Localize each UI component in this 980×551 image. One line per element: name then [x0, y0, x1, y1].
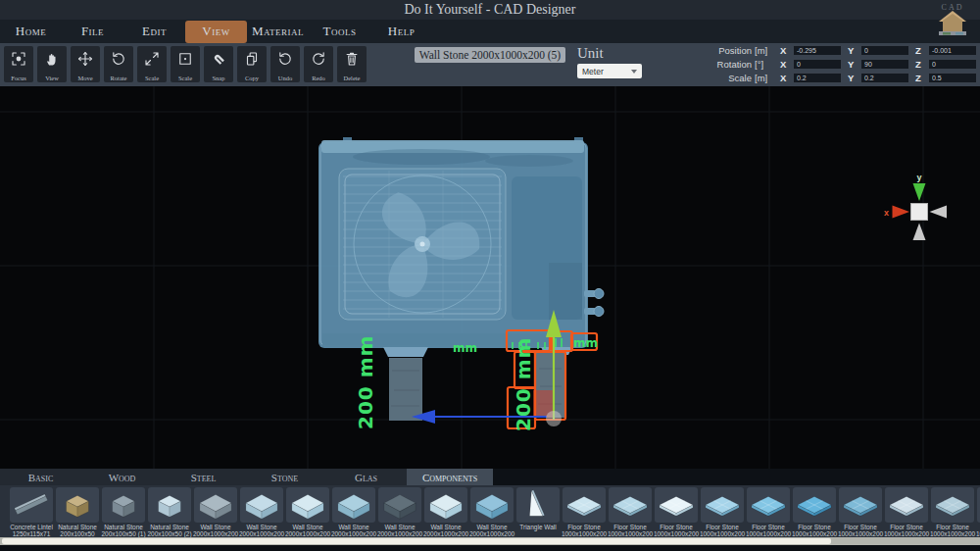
- position-z-input[interactable]: [928, 45, 977, 56]
- tab-wood[interactable]: Wood: [81, 469, 163, 485]
- palette-item-natural-stone[interactable]: Natural Stone200x100x50 (1): [101, 487, 146, 537]
- unit-select[interactable]: Meter: [577, 64, 642, 78]
- axis-gizmo[interactable]: y x: [884, 173, 947, 240]
- palette-item-wall-stone[interactable]: Wall Stone2000x1000x200: [469, 487, 514, 537]
- wall-stone-thumbnail: [378, 487, 421, 523]
- tab-glas[interactable]: Glas: [325, 469, 407, 485]
- menu-item-edit[interactable]: Edit: [123, 21, 185, 43]
- menu-item-help[interactable]: Help: [370, 21, 432, 43]
- palette-item-name: Floor Stone: [844, 524, 877, 530]
- natural-stone-thumbnail: [56, 487, 99, 523]
- concrete-lintel-thumbnail: [10, 487, 53, 523]
- scrollbar-thumb[interactable]: [2, 538, 831, 544]
- rotation-y-input[interactable]: [860, 59, 909, 70]
- menu-bar: HomeFileEditViewMaterialToolsHelp: [0, 20, 980, 43]
- pedestal-block[interactable]: [389, 358, 422, 421]
- tool-button-copy[interactable]: Copy: [237, 46, 267, 82]
- tool-button-snap[interactable]: Snap: [204, 46, 233, 82]
- tool-button-label: Focus: [11, 75, 26, 81]
- palette-item-natural-stone[interactable]: Natural Stone200x100x50: [55, 487, 100, 537]
- menu-item-home[interactable]: Home: [0, 21, 62, 43]
- unit-label: Unit: [577, 45, 642, 62]
- menu-item-view[interactable]: View: [185, 21, 247, 43]
- transform-panel: Position[m]XYZRotation[°]XYZScale[m]XYZ: [691, 44, 977, 83]
- rotation-z-input[interactable]: [928, 59, 977, 70]
- scale-x-input[interactable]: [793, 73, 842, 83]
- rotation-x-input[interactable]: [793, 59, 842, 70]
- ac-foot-left: [383, 347, 428, 357]
- copy-icon: [243, 49, 261, 69]
- palette-item-natural-stone[interactable]: Natural Stone200x100x50 (2): [147, 487, 192, 537]
- selected-stone-block[interactable]: [533, 353, 564, 418]
- palette-item-floor-stone[interactable]: Floor Stone1000x1000x200: [976, 487, 980, 537]
- bottom-filler: [0, 545, 980, 551]
- tool-button-rotate[interactable]: Rotate: [104, 46, 133, 82]
- position-y-input[interactable]: [860, 45, 909, 56]
- palette-item-floor-stone[interactable]: Floor Stone1000x1000x200: [654, 487, 699, 537]
- palette-scrollbar[interactable]: [0, 537, 980, 545]
- palette-item-dims: 1000x1000x200: [884, 530, 929, 537]
- tool-button-scale[interactable]: Scale: [171, 46, 200, 82]
- tool-button-label: Snap: [213, 75, 225, 81]
- palette-item-name: Floor Stone: [660, 524, 693, 530]
- redo-icon: [310, 49, 327, 69]
- tool-button-undo[interactable]: Undo: [270, 46, 300, 82]
- palette-item-wall-stone[interactable]: Wall Stone2000x1000x200: [331, 487, 376, 537]
- palette-item-dims: 200x100x50 (2): [147, 530, 191, 537]
- tool-button-move[interactable]: Move: [71, 46, 100, 82]
- menu-item-file[interactable]: File: [62, 21, 123, 43]
- palette-item-dims: 2000x1000x200: [331, 530, 376, 537]
- palette-item-concrete-lintel[interactable]: Concrete Lintel1250x115x71: [9, 487, 54, 537]
- toolbar: Wall Stone 2000x1000x200 (5) Unit Meter …: [0, 43, 980, 89]
- position-x-input[interactable]: [793, 45, 842, 56]
- menu-item-material[interactable]: Material: [247, 21, 309, 43]
- palette-item-floor-stone[interactable]: Floor Stone1000x1000x200: [700, 487, 745, 537]
- floor-stone-thumbnail: [931, 487, 974, 523]
- palette-item-wall-stone[interactable]: Wall Stone2000x1000x200: [377, 487, 422, 537]
- ac-unit-model[interactable]: [318, 137, 604, 357]
- tool-button-view[interactable]: View: [37, 46, 67, 82]
- palette-item-dims: 1000x1000x200: [930, 530, 975, 537]
- floor-stone-thumbnail: [747, 487, 790, 523]
- palette-item-dims: 1000x1000x200: [838, 530, 883, 537]
- palette-item-wall-stone[interactable]: Wall Stone2000x1000x200: [193, 487, 238, 537]
- origin-handle[interactable]: [546, 411, 562, 426]
- palette-item-floor-stone[interactable]: Floor Stone1000x1000x200: [838, 487, 883, 537]
- tool-button-focus[interactable]: Focus: [4, 46, 33, 82]
- palette-item-floor-stone[interactable]: Floor Stone1000x1000x200: [792, 487, 837, 537]
- palette-item-wall-stone[interactable]: Wall Stone2000x1000x200: [239, 487, 284, 537]
- tool-button-label: Rotate: [111, 75, 127, 81]
- viewport[interactable]: 200 mm 200 mm mm mm: [0, 86, 980, 469]
- floor-stone-thumbnail: [609, 487, 652, 523]
- axis-label-z: Z: [915, 59, 923, 70]
- tab-basic[interactable]: Basic: [0, 469, 81, 485]
- chevron-down-icon: [631, 70, 637, 74]
- palette-item-wall-stone[interactable]: Wall Stone2000x1000x200: [423, 487, 468, 537]
- palette-item-floor-stone[interactable]: Floor Stone1000x1000x200: [746, 487, 791, 537]
- palette-item-floor-stone[interactable]: Floor Stone1000x1000x200: [608, 487, 653, 537]
- axis-label-y: Y: [848, 73, 856, 83]
- tool-button-scale[interactable]: Scale: [137, 46, 167, 82]
- transform-row-scale: Scale[m]XYZ: [691, 72, 977, 83]
- tab-stone[interactable]: Stone: [244, 469, 325, 485]
- tab-steel[interactable]: Steel: [163, 469, 244, 485]
- tool-button-redo[interactable]: Redo: [304, 46, 333, 82]
- palette-item-triangle-wall[interactable]: Triangle Wall: [515, 487, 561, 537]
- tool-button-label: Undo: [278, 75, 292, 81]
- palette-item-floor-stone[interactable]: Floor Stone1000x1000x200: [930, 487, 975, 537]
- scale-y-input[interactable]: [860, 73, 909, 83]
- menu-item-tools[interactable]: Tools: [309, 21, 370, 43]
- selection-label: Wall Stone 2000x1000x200 (5): [415, 47, 565, 63]
- floor-stone-thumbnail: [793, 487, 836, 523]
- scale-z-input[interactable]: [928, 73, 977, 83]
- palette-item-wall-stone[interactable]: Wall Stone2000x1000x200: [285, 487, 330, 537]
- tab-components[interactable]: Components: [407, 469, 493, 485]
- palette-item-floor-stone[interactable]: Floor Stone1000x1000x200: [884, 487, 929, 537]
- palette-item-name: Wall Stone: [292, 524, 322, 530]
- palette-item-name: Floor Stone: [567, 524, 601, 530]
- palette-item-name: Wall Stone: [200, 524, 230, 530]
- axis-label-y: Y: [848, 59, 856, 70]
- tool-button-delete[interactable]: Delete: [337, 46, 367, 82]
- palette-item-floor-stone[interactable]: Floor Stone1000x1000x200: [562, 487, 607, 537]
- palette-item-dims: 1000x1000x200: [608, 530, 653, 537]
